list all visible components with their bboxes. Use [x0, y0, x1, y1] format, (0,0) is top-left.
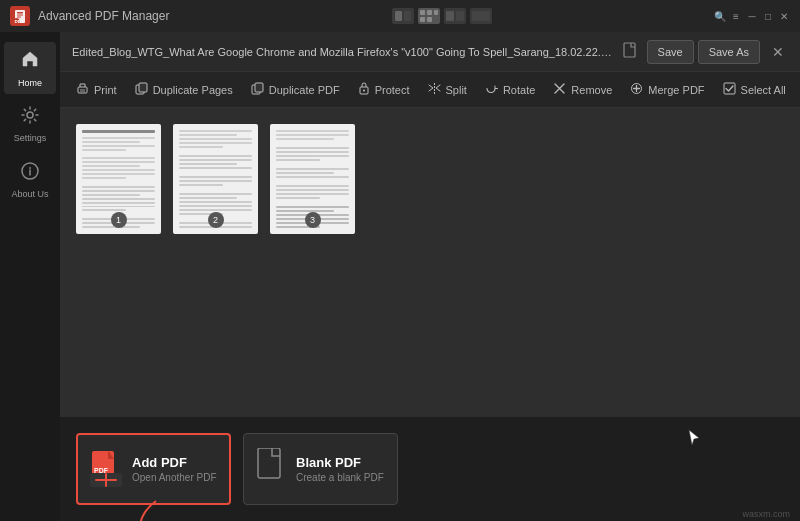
action-area: PDF Add PDF Open Another PDF — [60, 417, 800, 521]
select-all-icon — [723, 82, 736, 98]
svg-rect-11 — [420, 17, 425, 22]
close-file-button[interactable]: ✕ — [768, 42, 788, 62]
merge-pdf-icon — [630, 82, 643, 98]
page-number-1: 1 — [111, 212, 127, 228]
blank-pdf-card[interactable]: Blank PDF Create a blank PDF — [243, 433, 398, 505]
split-label: Split — [446, 84, 467, 96]
blank-pdf-title: Blank PDF — [296, 455, 384, 470]
svg-rect-14 — [456, 11, 464, 21]
app-icon: PDF — [10, 6, 30, 26]
svg-rect-19 — [624, 43, 635, 57]
cursor-indicator — [688, 429, 700, 451]
duplicate-pages-label: Duplicate Pages — [153, 84, 233, 96]
protect-button[interactable]: Protect — [350, 76, 418, 104]
duplicate-pages-button[interactable]: Duplicate Pages — [127, 76, 241, 104]
minimize-button[interactable]: ─ — [746, 10, 758, 22]
remove-button[interactable]: Remove — [545, 76, 620, 104]
print-label: Print — [94, 84, 117, 96]
pdf-page-1[interactable]: 1 — [76, 124, 161, 234]
select-all-button[interactable]: Select All — [715, 76, 794, 104]
page-thumb-2: 2 — [173, 124, 258, 234]
toolbar-more-button[interactable]: ▸ — [796, 82, 800, 98]
home-icon — [20, 49, 40, 74]
remove-icon — [553, 82, 566, 98]
main-layout: Home Settings About Us — [0, 32, 800, 521]
settings-icon — [21, 106, 39, 129]
merge-pdf-label: Merge PDF — [648, 84, 704, 96]
menu-icon[interactable]: ≡ — [730, 10, 742, 22]
svg-rect-25 — [255, 83, 263, 92]
sidebar-about-label: About Us — [11, 189, 48, 199]
pdf-pages: 1 — [76, 124, 784, 234]
save-button[interactable]: Save — [647, 40, 694, 64]
view-btn-4[interactable] — [470, 8, 492, 24]
view-btn-1[interactable] — [392, 8, 414, 24]
file-name: Edited_Blog_WTG_What Are Google Chrome a… — [72, 46, 615, 58]
sidebar-home-label: Home — [18, 78, 42, 88]
sidebar-settings-label: Settings — [14, 133, 47, 143]
svg-rect-2 — [17, 15, 23, 16]
duplicate-pdf-button[interactable]: Duplicate PDF — [243, 76, 348, 104]
view-controls — [392, 8, 492, 24]
split-button[interactable]: Split — [420, 76, 475, 104]
titlebar-left: PDF Advanced PDF Manager — [10, 6, 169, 26]
save-as-button[interactable]: Save As — [698, 40, 760, 64]
sidebar-item-home[interactable]: Home — [4, 42, 56, 94]
arrow-annotation — [126, 496, 186, 521]
app-title: Advanced PDF Manager — [38, 9, 169, 23]
info-icon — [21, 162, 39, 185]
svg-rect-9 — [427, 10, 432, 15]
svg-rect-13 — [446, 11, 454, 21]
svg-rect-6 — [395, 11, 402, 21]
svg-rect-12 — [427, 17, 432, 22]
select-all-label: Select All — [741, 84, 786, 96]
add-pdf-text: Add PDF Open Another PDF — [132, 455, 217, 483]
sidebar-item-settings[interactable]: Settings — [4, 98, 56, 150]
pdf-page-3[interactable]: 3 — [270, 124, 355, 234]
blank-pdf-text: Blank PDF Create a blank PDF — [296, 455, 384, 483]
sidebar-item-about[interactable]: About Us — [4, 154, 56, 206]
duplicate-pdf-icon — [251, 82, 264, 98]
window-controls: 🔍 ≡ ─ □ ✕ — [714, 10, 790, 22]
pdf-viewer[interactable]: 1 — [60, 108, 800, 417]
svg-point-16 — [27, 112, 33, 118]
svg-rect-21 — [80, 89, 85, 92]
view-btn-2[interactable] — [418, 8, 440, 24]
print-icon — [76, 82, 89, 98]
watermark: wasxm.com — [742, 509, 790, 519]
svg-rect-7 — [404, 11, 411, 21]
svg-point-27 — [363, 89, 365, 91]
svg-point-18 — [29, 167, 31, 169]
split-icon — [428, 82, 441, 98]
svg-rect-23 — [139, 83, 147, 92]
add-pdf-card[interactable]: PDF Add PDF Open Another PDF — [76, 433, 231, 505]
protect-icon — [358, 82, 370, 98]
search-titlebar-icon[interactable]: 🔍 — [714, 10, 726, 22]
add-pdf-icon: PDF — [90, 451, 122, 487]
blank-pdf-icon — [256, 448, 286, 491]
page-thumb-3: 3 — [270, 124, 355, 234]
rotate-label: Rotate — [503, 84, 535, 96]
rotate-button[interactable]: Rotate — [477, 76, 543, 104]
duplicate-pages-icon — [135, 82, 148, 98]
merge-pdf-button[interactable]: Merge PDF — [622, 76, 712, 104]
print-button[interactable]: Print — [68, 76, 125, 104]
rotate-icon — [485, 82, 498, 98]
file-type-icon — [623, 42, 639, 61]
view-btn-3[interactable] — [444, 8, 466, 24]
add-pdf-subtitle: Open Another PDF — [132, 472, 217, 483]
remove-label: Remove — [571, 84, 612, 96]
file-header: Edited_Blog_WTG_What Are Google Chrome a… — [60, 32, 800, 72]
maximize-button[interactable]: □ — [762, 10, 774, 22]
page-thumb-1: 1 — [76, 124, 161, 234]
titlebar: PDF Advanced PDF Manager 🔍 ≡ ─ □ ✕ — [0, 0, 800, 32]
content-area: Edited_Blog_WTG_What Are Google Chrome a… — [60, 32, 800, 521]
svg-rect-15 — [472, 11, 490, 21]
svg-rect-1 — [17, 12, 23, 14]
sidebar: Home Settings About Us — [0, 32, 60, 521]
protect-label: Protect — [375, 84, 410, 96]
add-pdf-wrapper: PDF Add PDF Open Another PDF — [76, 433, 231, 505]
pdf-page-2[interactable]: 2 — [173, 124, 258, 234]
close-button[interactable]: ✕ — [778, 10, 790, 22]
svg-text:PDF: PDF — [15, 19, 25, 24]
